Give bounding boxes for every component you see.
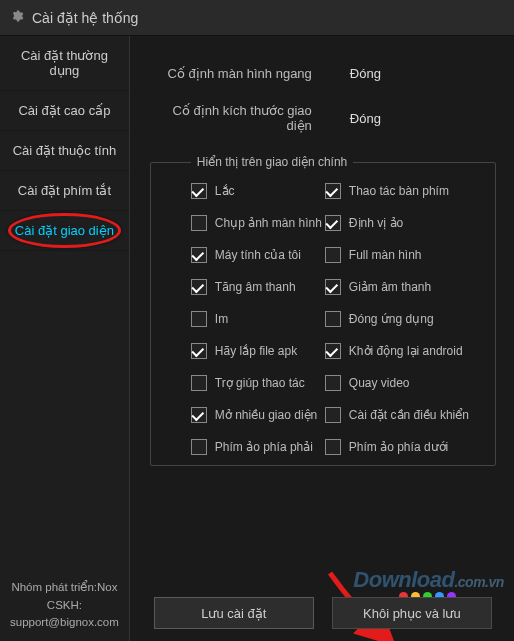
row-fixed-size: Cố định kích thước giao diện Đóng <box>150 103 496 133</box>
cskh-text: CSKH: <box>10 597 119 614</box>
fixed-landscape-value[interactable]: Đóng <box>330 66 381 81</box>
sidebar-item-common[interactable]: Cài đặt thường dụng <box>0 36 129 91</box>
checkbox-10[interactable]: Hãy lắp file apk <box>191 343 321 359</box>
checkbox-box[interactable] <box>191 279 207 295</box>
checkbox-grid: LắcThao tác bàn phímChụp ảnh màn hìnhĐịn… <box>191 183 485 455</box>
checkbox-16[interactable]: Phím ảo phía phải <box>191 439 321 455</box>
display-options-fieldset: Hiển thị trên giao diện chính LắcThao tá… <box>150 155 496 466</box>
content-panel: Cố định màn hình ngang Đóng Cố định kích… <box>130 36 514 641</box>
fixed-size-value[interactable]: Đóng <box>330 111 381 126</box>
checkbox-label: Im <box>215 312 228 326</box>
fixed-landscape-label: Cố định màn hình ngang <box>150 66 330 81</box>
checkbox-label: Phím ảo phía phải <box>215 440 313 454</box>
checkbox-label: Máy tính của tôi <box>215 248 301 262</box>
checkbox-label: Thao tác bàn phím <box>349 184 449 198</box>
button-row: Lưu cài đặt Khôi phục và lưu <box>130 597 514 629</box>
checkbox-0[interactable]: Lắc <box>191 183 321 199</box>
checkbox-12[interactable]: Trợ giúp thao tác <box>191 375 321 391</box>
checkbox-label: Khởi động lại android <box>349 344 463 358</box>
sidebar-item-shortcuts[interactable]: Cài đặt phím tắt <box>0 171 129 211</box>
checkbox-box[interactable] <box>191 215 207 231</box>
checkbox-13[interactable]: Quay video <box>325 375 485 391</box>
checkbox-2[interactable]: Chụp ảnh màn hình <box>191 215 321 231</box>
checkbox-label: Full màn hình <box>349 248 422 262</box>
title-bar: Cài đặt hệ thống <box>0 0 514 36</box>
checkbox-3[interactable]: Định vị ảo <box>325 215 485 231</box>
checkbox-box[interactable] <box>325 311 341 327</box>
checkbox-box[interactable] <box>325 439 341 455</box>
checkbox-box[interactable] <box>191 311 207 327</box>
checkbox-box[interactable] <box>325 375 341 391</box>
gear-icon <box>10 9 24 27</box>
checkbox-box[interactable] <box>191 247 207 263</box>
checkbox-box[interactable] <box>191 343 207 359</box>
checkbox-box[interactable] <box>325 247 341 263</box>
checkbox-label: Lắc <box>215 184 235 198</box>
main-area: Cài đặt thường dụng Cài đặt cao cấp Cài … <box>0 36 514 641</box>
checkbox-label: Hãy lắp file apk <box>215 344 297 358</box>
checkbox-14[interactable]: Mở nhiều giao diện <box>191 407 321 423</box>
checkbox-box[interactable] <box>325 183 341 199</box>
checkbox-8[interactable]: Im <box>191 311 321 327</box>
dev-team-text: Nhóm phát triển:Nox <box>10 579 119 596</box>
checkbox-box[interactable] <box>325 343 341 359</box>
sidebar-item-advanced[interactable]: Cài đặt cao cấp <box>0 91 129 131</box>
checkbox-label: Đóng ứng dụng <box>349 312 434 326</box>
checkbox-label: Giảm âm thanh <box>349 280 431 294</box>
checkbox-label: Cài đặt cần điều khiển <box>349 408 469 422</box>
row-fixed-landscape: Cố định màn hình ngang Đóng <box>150 66 496 81</box>
checkbox-15[interactable]: Cài đặt cần điều khiển <box>325 407 485 423</box>
fieldset-legend: Hiển thị trên giao diện chính <box>191 155 353 169</box>
fixed-size-label: Cố định kích thước giao diện <box>150 103 330 133</box>
checkbox-11[interactable]: Khởi động lại android <box>325 343 485 359</box>
checkbox-label: Mở nhiều giao diện <box>215 408 317 422</box>
sidebar-item-properties[interactable]: Cài đặt thuộc tính <box>0 131 129 171</box>
checkbox-box[interactable] <box>191 183 207 199</box>
checkbox-box[interactable] <box>191 407 207 423</box>
checkbox-9[interactable]: Đóng ứng dụng <box>325 311 485 327</box>
watermark: Download.com.vn <box>353 567 504 593</box>
checkbox-1[interactable]: Thao tác bàn phím <box>325 183 485 199</box>
checkbox-label: Quay video <box>349 376 410 390</box>
checkbox-label: Phím ảo phía dưới <box>349 440 448 454</box>
checkbox-box[interactable] <box>325 407 341 423</box>
checkbox-5[interactable]: Full màn hình <box>325 247 485 263</box>
checkbox-label: Tăng âm thanh <box>215 280 296 294</box>
window-title: Cài đặt hệ thống <box>32 10 138 26</box>
checkbox-box[interactable] <box>191 439 207 455</box>
checkbox-6[interactable]: Tăng âm thanh <box>191 279 321 295</box>
sidebar-item-interface[interactable]: Cài đặt giao diện <box>0 211 129 251</box>
sidebar-footer: Nhóm phát triển:Nox CSKH: support@bignox… <box>0 569 129 641</box>
checkbox-label: Chụp ảnh màn hình <box>215 216 322 230</box>
checkbox-label: Định vị ảo <box>349 216 403 230</box>
save-button[interactable]: Lưu cài đặt <box>154 597 314 629</box>
checkbox-box[interactable] <box>191 375 207 391</box>
checkbox-7[interactable]: Giảm âm thanh <box>325 279 485 295</box>
support-email: support@bignox.com <box>10 614 119 631</box>
checkbox-4[interactable]: Máy tính của tôi <box>191 247 321 263</box>
checkbox-box[interactable] <box>325 279 341 295</box>
sidebar: Cài đặt thường dụng Cài đặt cao cấp Cài … <box>0 36 130 641</box>
checkbox-17[interactable]: Phím ảo phía dưới <box>325 439 485 455</box>
restore-button[interactable]: Khôi phục và lưu <box>332 597 492 629</box>
checkbox-label: Trợ giúp thao tác <box>215 376 305 390</box>
checkbox-box[interactable] <box>325 215 341 231</box>
